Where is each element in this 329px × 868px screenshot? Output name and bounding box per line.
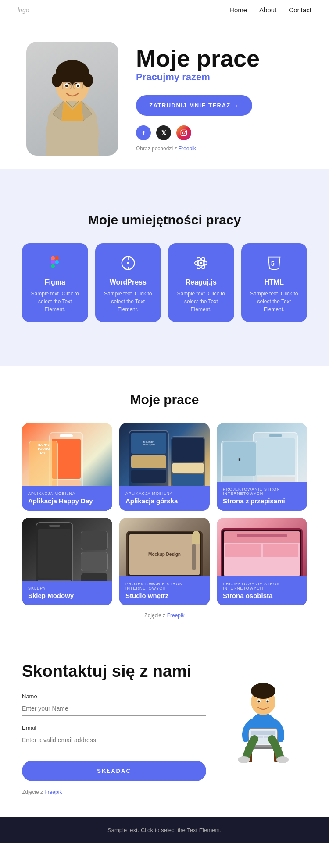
nav-links: Home About Contact xyxy=(229,6,311,14)
svg-rect-45 xyxy=(251,731,275,735)
svg-text:5: 5 xyxy=(271,260,275,267)
svg-rect-15 xyxy=(51,256,55,260)
portfolio-card-2[interactable]: 📱 PROJEKTOWANIE STRON INTERNETOWYCH Stro… xyxy=(217,423,307,511)
name-field-group: Name xyxy=(22,693,206,716)
portfolio-overlay-5: PROJEKTOWANIE STRON INTERNETOWYCH Strona… xyxy=(217,576,307,605)
portfolio-card-1[interactable]: MountainParkLapes APLIKACJA MOBILNA Apli… xyxy=(119,423,210,511)
footer: Sample text. Click to select the Text El… xyxy=(0,817,329,843)
logo: logo xyxy=(18,7,29,14)
svg-point-8 xyxy=(77,85,79,87)
portfolio-category-2: PROJEKTOWANIE STRON INTERNETOWYCH xyxy=(223,487,301,496)
portfolio-name-2: Strona z przepisami xyxy=(223,497,301,505)
skill-name-html: HTML xyxy=(248,278,300,286)
footer-text: Sample text. Click to select the Text El… xyxy=(107,827,222,833)
hero-subtitle: Pracujmy razem xyxy=(136,71,303,83)
instagram-icon[interactable] xyxy=(176,125,191,140)
portfolio-section: Moje prace HAPPYYOUNGDAY APLIKACJA MOBIL… xyxy=(0,366,329,632)
portfolio-category-3: SKLEPY xyxy=(28,586,106,591)
portfolio-title: Moje prace xyxy=(22,392,307,407)
skill-name-react: Reaguj.js xyxy=(175,278,227,286)
portfolio-card-5[interactable]: PROJEKTOWANIE STRON INTERNETOWYCH Strona… xyxy=(217,518,307,605)
portfolio-category-5: PROJEKTOWANIE STRON INTERNETOWYCH xyxy=(223,582,301,591)
svg-point-14 xyxy=(185,131,186,132)
contact-section: Skontaktuj się z nami Name Email SKŁADAĆ… xyxy=(0,632,329,817)
freepik-link[interactable]: Freepik xyxy=(179,146,196,152)
hero-image xyxy=(26,42,118,156)
twitter-x-icon[interactable]: 𝕏 xyxy=(156,125,171,140)
name-input[interactable] xyxy=(22,701,206,716)
portfolio-name-0: Aplikacja Happy Day xyxy=(28,497,106,505)
portfolio-name-5: Strona osobista xyxy=(223,592,301,599)
contact-credit: Zdjęcie z Freepik xyxy=(22,789,206,795)
cta-button[interactable]: ZATRUDNIJ MNIE TERAZ → xyxy=(136,95,252,116)
skills-section: Moje umiejętności pracy Figma Sample tex… xyxy=(0,182,329,344)
skill-desc-wp: Sample text. Click to select the Text El… xyxy=(102,290,154,313)
skill-name-figma: Figma xyxy=(29,278,81,286)
hero-title: Moje prace xyxy=(136,46,303,71)
svg-point-3 xyxy=(52,73,62,87)
html-icon: 5 xyxy=(248,256,300,274)
svg-point-19 xyxy=(55,260,59,264)
skill-card-react: Reaguj.js Sample text. Click to select t… xyxy=(168,243,234,322)
skill-card-html: 5 HTML Sample text. Click to select the … xyxy=(241,243,308,322)
contact-illustration xyxy=(219,662,307,768)
svg-point-41 xyxy=(267,701,269,703)
hero-credit: Obraz pochodzi z Freepik xyxy=(136,146,303,152)
facebook-icon[interactable]: f xyxy=(136,125,151,140)
svg-rect-12 xyxy=(181,130,186,136)
portfolio-overlay-2: PROJEKTOWANIE STRON INTERNETOWYCH Strona… xyxy=(217,482,307,511)
react-icon xyxy=(175,256,227,274)
hero-section: Moje prace Pracujmy razem ZATRUDNIJ MNIE… xyxy=(0,20,329,169)
portfolio-overlay-0: APLIKACJA MOBILNA Aplikacja Happy Day xyxy=(22,486,112,511)
portfolio-category-0: APLIKACJA MOBILNA xyxy=(28,491,106,496)
svg-point-52 xyxy=(276,756,289,763)
portfolio-category-1: APLIKACJA MOBILNA xyxy=(125,491,204,496)
contact-freepik-link[interactable]: Freepik xyxy=(44,789,62,795)
skill-card-wordpress: WordPress Sample text. Click to select t… xyxy=(95,243,161,322)
svg-rect-16 xyxy=(55,256,59,260)
submit-button[interactable]: SKŁADAĆ xyxy=(22,761,206,781)
skill-card-figma: Figma Sample text. Click to select the T… xyxy=(22,243,88,322)
wordpress-icon xyxy=(102,256,154,274)
svg-rect-18 xyxy=(51,264,55,268)
navigation: logo Home About Contact xyxy=(0,0,329,20)
svg-point-7 xyxy=(65,85,68,87)
svg-point-51 xyxy=(238,756,250,763)
name-label: Name xyxy=(22,693,206,700)
portfolio-category-4: PROJEKTOWANIE STRON INTERNETOWYCH xyxy=(125,582,204,591)
portfolio-name-1: Aplikacja górska xyxy=(125,497,204,505)
nav-home[interactable]: Home xyxy=(229,6,247,14)
skill-name-wp: WordPress xyxy=(102,278,154,286)
svg-rect-17 xyxy=(51,260,55,264)
portfolio-card-0[interactable]: HAPPYYOUNGDAY APLIKACJA MOBILNA Aplikacj… xyxy=(22,423,112,511)
portfolio-overlay-4: PROJEKTOWANIE STRON INTERNETOWYCH Studio… xyxy=(119,576,210,605)
nav-about[interactable]: About xyxy=(259,6,276,14)
svg-point-37 xyxy=(251,683,275,699)
email-label: Email xyxy=(22,725,206,731)
hero-bg-strip xyxy=(0,169,329,182)
portfolio-card-4[interactable]: Mockup Design PROJEKTOWANIE STRON INTERN… xyxy=(119,518,210,605)
svg-point-4 xyxy=(82,73,93,87)
social-icons: f 𝕏 xyxy=(136,125,303,140)
nav-contact[interactable]: Contact xyxy=(289,6,311,14)
skills-title: Moje umiejętności pracy xyxy=(22,186,307,228)
hero-content: Moje prace Pracujmy razem ZATRUDNIJ MNIE… xyxy=(136,46,303,152)
skill-desc-figma: Sample text. Click to select the Text El… xyxy=(29,290,81,313)
svg-point-21 xyxy=(127,262,129,264)
skill-desc-html: Sample text. Click to select the Text El… xyxy=(248,290,300,313)
portfolio-credit: Zdjęcie z Freepik xyxy=(22,612,307,619)
svg-point-13 xyxy=(182,132,185,134)
skill-desc-react: Sample text. Click to select the Text El… xyxy=(175,290,227,313)
portfolio-freepik-link[interactable]: Freepik xyxy=(167,612,185,619)
portfolio-name-3: Sklep Modowy xyxy=(28,592,106,599)
figma-icon xyxy=(29,256,81,274)
portfolio-overlay-1: APLIKACJA MOBILNA Aplikacja górska xyxy=(119,486,210,511)
email-field-group: Email xyxy=(22,725,206,747)
portfolio-grid: HAPPYYOUNGDAY APLIKACJA MOBILNA Aplikacj… xyxy=(22,423,307,605)
svg-point-40 xyxy=(258,701,260,703)
email-input[interactable] xyxy=(22,733,206,747)
skills-grid: Figma Sample text. Click to select the T… xyxy=(22,243,307,322)
contact-form-wrap: Skontaktuj się z nami Name Email SKŁADAĆ… xyxy=(22,662,206,795)
portfolio-overlay-3: SKLEPY Sklep Modowy xyxy=(22,581,112,605)
portfolio-card-3[interactable]: SKLEPY Sklep Modowy xyxy=(22,518,112,605)
